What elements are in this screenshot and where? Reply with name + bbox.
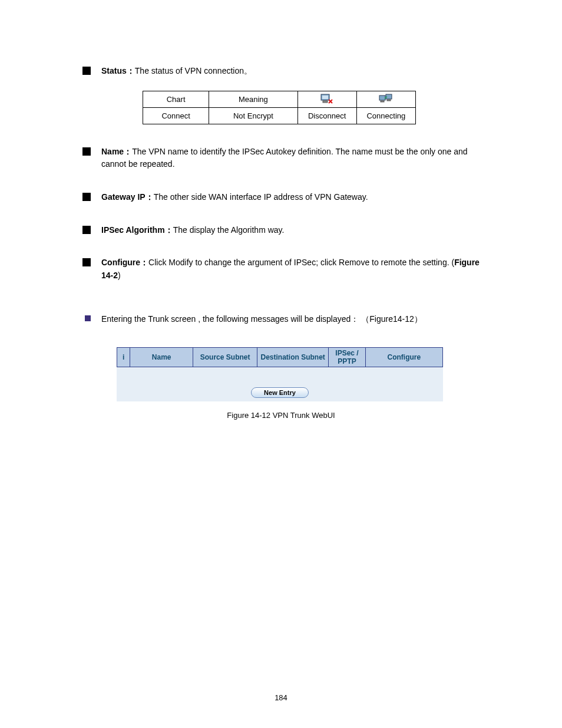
square-bullet-icon <box>82 258 91 266</box>
bullet-algorithm-text: IPSec Algorithm：The display the Algorith… <box>101 224 284 237</box>
figure-caption: Figure 14-12 VPN Trunk WebUI <box>82 411 480 420</box>
square-bullet-icon <box>82 226 91 234</box>
spacer <box>82 176 480 191</box>
cell-disconnect: Disconnect <box>297 107 356 124</box>
page-number: 184 <box>0 693 562 702</box>
vpn-table-block: i Name Source Subnet Destination Subnet … <box>117 347 443 401</box>
col-i: i <box>117 347 130 367</box>
status-table: Chart Meaning <box>143 91 416 124</box>
term-gateway: Gateway IP： <box>101 192 154 202</box>
bullet-name: Name：The VPN name to identify the IPSec … <box>82 146 480 171</box>
bullet-trunk-text: Entering the Trunk screen , the followin… <box>101 313 422 326</box>
bullet-gateway: Gateway IP：The other side WAN interface … <box>82 191 480 204</box>
term-status: Status： <box>101 66 135 75</box>
cell-meaning: Meaning <box>209 91 297 107</box>
small-bullet-icon <box>85 315 91 321</box>
col-ipsec-pptp: IPSec / PPTP <box>329 347 366 367</box>
tail-configure: ) <box>118 271 121 280</box>
square-bullet-icon <box>82 147 91 156</box>
cell-notencrypt: Not Encrypt <box>209 107 297 124</box>
bullet-status-text: Status：The status of VPN connection。 <box>101 65 252 78</box>
svg-rect-8 <box>387 100 391 101</box>
dot-status: 。 <box>244 66 252 75</box>
bullet-gateway-text: Gateway IP：The other side WAN interface … <box>101 191 368 204</box>
table-row: Connect Not Encrypt Disconnect Connectin… <box>143 107 416 124</box>
cell-icon-disconnect <box>297 91 356 107</box>
cell-chart: Chart <box>143 91 209 107</box>
cell-icon-connect <box>356 91 415 107</box>
bullet-configure-text: Configure：Click Modify to change the arg… <box>101 256 480 282</box>
table-header-row: i Name Source Subnet Destination Subnet … <box>117 347 443 367</box>
text-algorithm: The display the Algorithm way. <box>173 225 285 235</box>
text-trunk-figref: （Figure14-12） <box>361 314 422 324</box>
bullet-status: Status：The status of VPN connection。 <box>82 65 480 78</box>
spacer <box>82 241 480 256</box>
spacer <box>82 287 480 313</box>
bullet-configure: Configure：Click Modify to change the arg… <box>82 256 480 282</box>
svg-rect-1 <box>322 95 328 99</box>
new-entry-button[interactable]: New Entry <box>251 387 309 398</box>
svg-rect-5 <box>379 95 385 100</box>
term-algorithm: IPSec Algorithm： <box>101 225 173 235</box>
text-gateway: The other side WAN interface IP address … <box>154 192 368 202</box>
text-status: The status of VPN connection <box>135 66 244 75</box>
vpn-table: i Name Source Subnet Destination Subnet … <box>117 347 443 367</box>
term-name: Name： <box>101 147 132 156</box>
cell-connecting: Connecting <box>356 107 415 124</box>
vpn-button-area: New Entry <box>117 367 443 401</box>
table-row: Chart Meaning <box>143 91 416 107</box>
col-source-subnet: Source Subnet <box>193 347 257 367</box>
col-name: Name <box>130 347 193 367</box>
svg-rect-2 <box>323 101 328 103</box>
svg-rect-7 <box>381 101 384 102</box>
spacer <box>82 209 480 224</box>
bullet-trunk: Entering the Trunk screen , the followin… <box>85 313 480 326</box>
square-bullet-icon <box>82 67 91 75</box>
text-trunk-lead: Entering the Trunk screen , the followin… <box>101 314 359 324</box>
col-destination-subnet: Destination Subnet <box>257 347 329 367</box>
page-content: Status：The status of VPN connection。 Cha… <box>0 0 562 455</box>
text-name: The VPN name to identify the IPSec Autok… <box>101 147 468 169</box>
square-bullet-icon <box>82 193 91 201</box>
computer-x-icon <box>320 94 333 104</box>
bullet-name-text: Name：The VPN name to identify the IPSec … <box>101 146 480 171</box>
bullet-algorithm: IPSec Algorithm：The display the Algorith… <box>82 224 480 237</box>
cell-connect: Connect <box>143 107 209 124</box>
term-configure: Configure： <box>101 258 148 267</box>
col-configure: Configure <box>365 347 442 367</box>
text-configure: Click Modify to change the argument of I… <box>148 258 454 267</box>
spacer <box>82 331 480 341</box>
computer-link-icon <box>379 94 393 104</box>
